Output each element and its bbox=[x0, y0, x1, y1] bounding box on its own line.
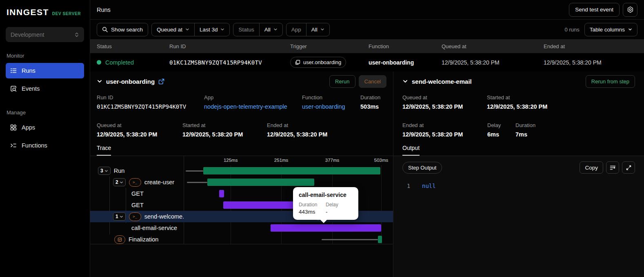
children-count-badge[interactable]: 2 bbox=[113, 178, 126, 186]
field-label: Duration bbox=[360, 94, 386, 101]
span-bar-delay[interactable] bbox=[186, 170, 203, 172]
function-link[interactable]: user-onboarding bbox=[302, 103, 360, 110]
field-value: 12/9/2025, 5:38:20 PM bbox=[402, 103, 487, 110]
axis-tick-label: 251ms bbox=[274, 158, 289, 163]
time-field-dropdown[interactable]: Queued at bbox=[152, 23, 194, 36]
trace-row[interactable]: call-email-service bbox=[90, 222, 393, 234]
field-label: Ended at bbox=[267, 122, 386, 128]
trace-row[interactable]: 3Run bbox=[90, 165, 393, 176]
step-detail-header: send-welcome-email Rerun from step bbox=[393, 71, 644, 91]
trace-row[interactable]: 2>_create-user bbox=[90, 176, 393, 188]
tooltip-delay-value: - bbox=[326, 209, 353, 215]
chevron-down-icon bbox=[185, 27, 189, 31]
output-value: null bbox=[422, 183, 436, 189]
step-icon: >_ bbox=[129, 178, 141, 187]
external-link-icon[interactable] bbox=[158, 78, 164, 85]
span-bar-success[interactable] bbox=[203, 167, 380, 174]
field-app: App nodejs-open-telemetry-example bbox=[204, 94, 302, 110]
field-duration: Duration 503ms bbox=[360, 94, 386, 110]
expand-button[interactable] bbox=[622, 161, 635, 174]
step-fields-row2: Ended at 12/9/2025, 5:38:20 PM Delay 6ms… bbox=[393, 119, 644, 138]
status-filter-dropdown[interactable]: All bbox=[259, 23, 282, 36]
workspace-select[interactable]: Development bbox=[6, 27, 84, 42]
span-bar-http[interactable] bbox=[223, 201, 301, 209]
field-label: Run ID bbox=[97, 94, 204, 101]
brand: INNGEST DEV SERVER bbox=[6, 7, 84, 17]
tab-trace[interactable]: Trace bbox=[97, 145, 111, 156]
event-icon bbox=[295, 60, 300, 65]
field-label: Queued at bbox=[402, 94, 487, 101]
app-link[interactable]: nodejs-open-telemetry-example bbox=[204, 103, 302, 110]
sidebar-item-label: Apps bbox=[22, 124, 35, 131]
trace-bottom-border bbox=[90, 244, 393, 244]
run-detail-title: user-onboarding bbox=[106, 78, 155, 85]
filter-bar: Show search Queued at Last 3d Status All bbox=[90, 20, 644, 40]
send-test-event-button[interactable]: Send test event bbox=[569, 3, 620, 17]
trace-row-name: Run bbox=[114, 168, 125, 174]
span-bar-http[interactable] bbox=[271, 224, 381, 232]
time-range-dropdown[interactable]: Last 3d bbox=[194, 23, 229, 36]
runs-icon bbox=[10, 67, 17, 74]
trace-row-track bbox=[184, 165, 382, 176]
run-detail-header: user-onboarding Rerun Cancel bbox=[90, 71, 393, 91]
tooltip-duration-value: 443ms bbox=[299, 209, 326, 215]
cancel-button[interactable]: Cancel bbox=[359, 75, 386, 88]
trigger-label: user.onboarding bbox=[303, 59, 341, 65]
sidebar-item-runs[interactable]: Runs bbox=[6, 63, 84, 78]
table-columns-label: Table columns bbox=[590, 27, 625, 33]
word-wrap-icon bbox=[610, 165, 616, 170]
tab-output[interactable]: Output bbox=[402, 145, 420, 156]
trace-row-name: GET bbox=[131, 202, 144, 208]
span-bar-delay[interactable] bbox=[187, 182, 207, 183]
chevron-down-icon bbox=[273, 27, 278, 31]
chevron-down-icon bbox=[220, 27, 224, 31]
trace-axis: 125ms251ms377ms503ms bbox=[184, 158, 382, 164]
app-filter-dropdown[interactable]: All bbox=[306, 23, 329, 36]
inngest-logo: INNGEST bbox=[7, 7, 49, 17]
trigger-badge[interactable]: user.onboarding bbox=[290, 57, 346, 68]
collapse-chevron-icon[interactable] bbox=[402, 78, 408, 84]
sidebar-item-events[interactable]: Events bbox=[6, 81, 84, 96]
copy-button[interactable]: Copy bbox=[580, 161, 603, 174]
run-id-cell: 01KC1ZMSBNY9ZQT415RP94K0TV bbox=[169, 59, 290, 66]
time-range-value: Last 3d bbox=[200, 27, 218, 33]
table-columns-button[interactable]: Table columns bbox=[584, 23, 637, 36]
field-value: 6ms bbox=[487, 131, 515, 138]
field-function: Function user-onboarding bbox=[302, 94, 360, 110]
field-value: 12/9/2025, 5:38:20 PM bbox=[487, 103, 635, 110]
sidebar-item-label: Functions bbox=[22, 142, 47, 149]
span-bar-delay[interactable] bbox=[322, 239, 378, 240]
trace-row-name: Finalization bbox=[129, 236, 158, 243]
trace-row-name: send-welcome... bbox=[144, 213, 184, 220]
settings-button[interactable] bbox=[623, 3, 637, 17]
rerun-from-step-button[interactable]: Rerun from step bbox=[586, 75, 635, 88]
run-detail-area: user-onboarding Rerun Cancel Run ID 01KC… bbox=[90, 71, 644, 277]
sidebar-item-label: Events bbox=[22, 85, 40, 92]
sidebar-item-functions[interactable]: Functions bbox=[6, 138, 84, 153]
show-search-button[interactable]: Show search bbox=[97, 23, 148, 36]
trace-row-label: 3Run bbox=[90, 167, 184, 175]
table-row[interactable]: Completed 01KC1ZMSBNY9ZQT415RP94K0TV use… bbox=[90, 53, 644, 71]
collapse-chevron-icon[interactable] bbox=[97, 78, 102, 84]
output-code-line[interactable]: 1 null bbox=[393, 183, 644, 189]
axis-tick-label: 125ms bbox=[224, 158, 238, 163]
trace-row-label: Finalization bbox=[90, 235, 184, 244]
rerun-button[interactable]: Rerun bbox=[329, 75, 355, 88]
span-bar-success[interactable] bbox=[207, 179, 314, 186]
field-value: 12/9/2025, 5:38:20 PM bbox=[267, 131, 386, 138]
span-bar-success[interactable] bbox=[378, 236, 382, 243]
run-detail-fields-row2: Queued at 12/9/2025, 5:38:20 PM Started … bbox=[90, 119, 393, 138]
trace-row-name: GET bbox=[131, 190, 144, 197]
sidebar-item-apps[interactable]: Apps bbox=[6, 120, 84, 135]
children-count-badge[interactable]: 1 bbox=[113, 212, 126, 221]
field-label: Ended at bbox=[402, 122, 487, 128]
children-count-badge[interactable]: 3 bbox=[98, 167, 111, 175]
trace-row[interactable]: Finalization bbox=[90, 234, 393, 245]
word-wrap-button[interactable] bbox=[606, 161, 619, 174]
field-value: 12/9/2025, 5:38:20 PM bbox=[97, 131, 182, 138]
page-title: Runs bbox=[97, 7, 111, 13]
run-status: Completed bbox=[97, 59, 169, 66]
span-bar-http[interactable] bbox=[219, 190, 224, 197]
functions-icon bbox=[10, 142, 17, 149]
step-output-badge: Step Output bbox=[402, 162, 442, 174]
